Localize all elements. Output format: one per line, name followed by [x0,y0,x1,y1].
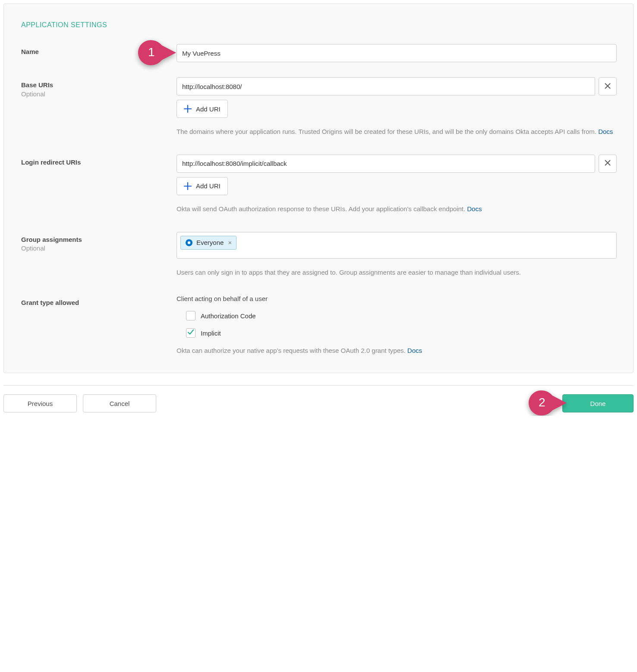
row-grant-type: Grant type allowed Client acting on beha… [21,295,617,356]
callout-2-number: 2 [539,396,546,409]
checkbox-implicit[interactable] [186,328,196,338]
row-group-assignments: Group assignments Optional Everyone × Us… [21,232,617,278]
checkbox-auth-code-label: Authorization Code [201,312,256,320]
cancel-button[interactable]: Cancel [83,394,156,412]
login-uris-help: Okta will send OAuth authorization respo… [177,204,617,215]
remove-group-tag[interactable]: × [227,239,232,246]
group-assignments-input[interactable]: Everyone × [177,232,617,259]
group-assignments-help: Users can only sign in to apps that they… [177,267,617,278]
login-uri-input[interactable] [177,155,595,173]
group-tag-everyone: Everyone × [180,236,237,250]
settings-panel: APPLICATION SETTINGS Name 1 Base URIs Op… [3,3,634,373]
base-uris-help: The domains where your application runs.… [177,127,617,137]
close-icon [604,82,611,91]
done-button[interactable]: Done [562,394,634,412]
svg-point-1 [188,241,190,244]
login-uris-docs-link[interactable]: Docs [467,205,482,212]
callout-2: 2 [529,390,567,415]
previous-button[interactable]: Previous [3,394,77,412]
group-assignments-optional: Optional [21,244,177,252]
grant-type-docs-link[interactable]: Docs [407,347,422,354]
footer: Previous Cancel 2 Done [3,394,634,412]
grant-type-help: Okta can authorize your native app's req… [177,346,617,356]
add-base-uri-button[interactable]: Add URI [177,100,228,118]
add-login-uri-button[interactable]: Add URI [177,177,228,195]
base-uris-label: Base URIs [21,81,177,89]
checkbox-implicit-label: Implicit [201,330,221,337]
plus-icon [184,182,192,190]
name-input[interactable] [177,44,617,62]
row-base-uris: Base URIs Optional Add URI The domains w… [21,77,617,137]
login-uris-label: Login redirect URIs [21,158,177,167]
grant-type-label: Grant type allowed [21,298,177,307]
group-tag-label: Everyone [196,239,224,246]
checkbox-auth-code[interactable] [186,311,196,320]
remove-base-uri-button[interactable] [599,77,617,95]
check-icon [187,329,194,337]
plus-icon [184,105,192,113]
base-uris-optional: Optional [21,90,177,98]
close-icon [604,159,611,168]
base-uris-docs-link[interactable]: Docs [598,128,613,135]
row-name: Name 1 [21,44,617,62]
base-uri-input[interactable] [177,77,595,95]
grant-type-heading: Client acting on behalf of a user [177,295,617,302]
callout-1-number: 1 [148,45,155,59]
remove-login-uri-button[interactable] [599,155,617,173]
add-login-uri-label: Add URI [196,182,221,190]
section-title: APPLICATION SETTINGS [21,21,617,29]
callout-1: 1 [138,40,176,65]
footer-divider [3,385,634,386]
row-login-uris: Login redirect URIs Add URI Okta will se… [21,155,617,215]
group-icon [185,239,193,247]
group-assignments-label: Group assignments [21,235,177,244]
add-base-uri-label: Add URI [196,105,221,113]
